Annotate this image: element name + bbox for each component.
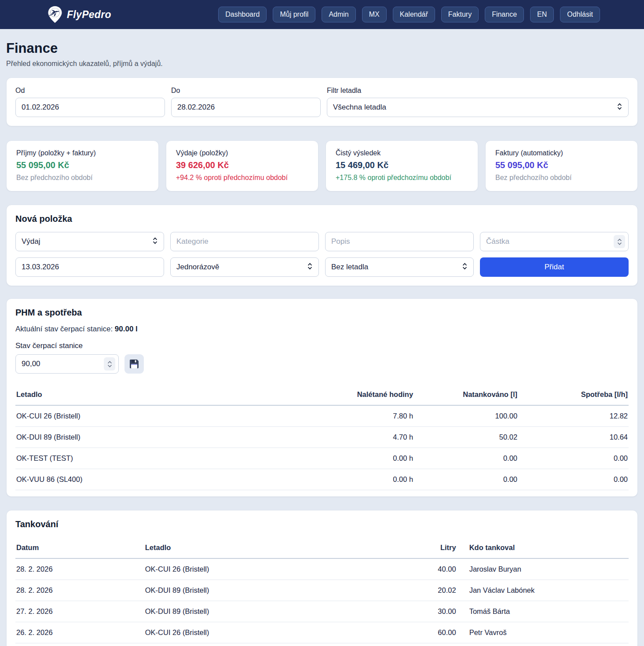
nav-my-profile[interactable]: Můj profil — [273, 7, 315, 22]
number-stepper-icon[interactable] — [614, 235, 625, 248]
col-header-consumption: Spotřeba [l/h] — [518, 384, 629, 405]
col-header-aircraft: Letadlo — [144, 537, 396, 558]
page-subtitle: Přehled ekonomických ukazatelů, příjmů a… — [6, 60, 638, 68]
chevron-updown-icon — [462, 263, 468, 272]
nav-language-en[interactable]: EN — [530, 7, 554, 22]
nav-calendar[interactable]: Kalendář — [393, 7, 435, 22]
date-from-input[interactable] — [15, 98, 165, 117]
table-row: OK-CUI 26 (Bristell) 7.80 h 100.00 12.82 — [15, 405, 629, 427]
col-header-aircraft: Letadlo — [15, 384, 310, 405]
cell-refueled: 100.00 — [414, 405, 518, 427]
number-stepper-icon[interactable] — [104, 357, 115, 371]
item-date-input[interactable] — [15, 257, 164, 277]
cell-who-refueled: Tomáš Bárta — [457, 601, 629, 622]
amount-field — [480, 232, 629, 251]
stat-label: Faktury (automaticky) — [495, 149, 628, 157]
chevron-updown-icon — [152, 237, 158, 246]
stat-value: 39 626,00 Kč — [176, 160, 308, 170]
cell-who-refueled: Jan Václav Labónek — [457, 580, 629, 601]
cell-refueled: 50.02 — [414, 427, 518, 448]
stat-label: Příjmy (položky + faktury) — [16, 149, 149, 157]
cell-liters: 60.00 — [395, 622, 457, 643]
col-header-refueled: Natankováno [l] — [414, 384, 518, 405]
cell-aircraft: OK-DUI 89 (Bristell) — [144, 601, 396, 622]
item-aircraft-select[interactable]: Bez letadla — [325, 257, 474, 277]
nav-dashboard[interactable]: Dashboard — [218, 7, 267, 22]
stats-row: Příjmy (položky + faktury) 55 095,00 Kč … — [6, 140, 638, 191]
item-type-select[interactable]: Výdaj — [15, 232, 164, 251]
nav-logout[interactable]: Odhlásit — [560, 7, 600, 22]
nav-items: Dashboard Můj profil Admin MX Kalendář F… — [218, 7, 600, 22]
cell-liters: 20.02 — [395, 580, 457, 601]
add-item-button[interactable]: Přidat — [480, 257, 629, 277]
stat-subtext: Bez předchozího období — [495, 174, 628, 182]
aircraft-filter-label: Filtr letadla — [327, 87, 629, 95]
date-to-input[interactable] — [171, 98, 321, 117]
cell-aircraft: OK-DUI 89 (Bristell) — [144, 580, 396, 601]
nav-admin[interactable]: Admin — [322, 7, 355, 22]
cell-refueled: 0.00 — [414, 448, 518, 469]
flypedro-pin-plane-icon — [48, 6, 62, 23]
page-title: Finance — [6, 40, 638, 56]
chevron-updown-icon — [307, 263, 313, 272]
table-row: OK-DUI 89 (Bristell) 4.70 h 50.02 10.64 — [15, 427, 629, 448]
cell-date: 28. 2. 2026 — [15, 558, 144, 580]
col-header-who-refueled: Kdo tankoval — [457, 537, 629, 558]
table-row: 26. 2. 2026 OK-CUI 26 (Bristell) 60.00 P… — [15, 622, 629, 643]
stat-subtext: +175.8 % oproti předchozímu období — [336, 174, 468, 182]
new-item-card: Nová položka Výdaj Jednorázově — [6, 205, 638, 286]
brand-logo[interactable]: FlyPedro — [48, 6, 111, 23]
stat-value: 55 095,00 Kč — [16, 160, 149, 170]
cell-aircraft: OK-VUU 86 (SL400) — [15, 469, 310, 490]
nav-mx[interactable]: MX — [362, 7, 387, 22]
nav-finance[interactable]: Finance — [485, 7, 524, 22]
cell-who-refueled: Petr Vavroš — [457, 622, 629, 643]
cell-aircraft: OK-DUI 89 (Bristell) — [15, 427, 310, 448]
stat-label: Čistý výsledek — [336, 149, 468, 157]
cell-date: 26. 2. 2026 — [15, 622, 144, 643]
table-row: 28. 2. 2026 OK-CUI 26 (Bristell) 40.00 J… — [15, 558, 629, 580]
stat-subtext: +94.2 % oproti předchozímu období — [176, 174, 308, 182]
fuel-level-input[interactable] — [15, 354, 119, 374]
aircraft-filter-field-group: Filtr letadla Všechna letadla — [327, 87, 629, 117]
stat-value: 55 095,00 Kč — [495, 160, 628, 170]
aircraft-filter-select[interactable]: Všechna letadla — [327, 98, 629, 117]
cell-consumption: 0.00 — [518, 469, 629, 490]
date-from-label: Od — [15, 87, 165, 95]
date-to-label: Do — [171, 87, 321, 95]
item-type-selected-value: Výdaj — [22, 237, 40, 246]
cell-consumption: 0.00 — [518, 448, 629, 469]
amount-input[interactable] — [480, 232, 629, 251]
item-aircraft-selected-value: Bez letadla — [331, 263, 368, 272]
frequency-select[interactable]: Jednorázově — [170, 257, 319, 277]
nav-invoices[interactable]: Faktury — [441, 7, 479, 22]
description-input[interactable] — [325, 232, 474, 251]
date-from-field-group: Od — [15, 87, 165, 117]
floppy-disk-icon — [128, 358, 140, 370]
cell-who-refueled: Jaroslav Buryan — [457, 558, 629, 580]
stat-card-expenses: Výdaje (položky) 39 626,00 Kč +94.2 % op… — [166, 140, 318, 191]
new-item-heading: Nová položka — [15, 214, 629, 224]
brand-name: FlyPedro — [67, 9, 111, 21]
fuel-input-label: Stav čerpací stanice — [15, 341, 629, 350]
table-row: 28. 2. 2026 OK-DUI 89 (Bristell) 20.02 J… — [15, 580, 629, 601]
save-fuel-level-button[interactable] — [124, 354, 144, 374]
filter-card: Od Do Filtr letadla Všechna letadla — [6, 77, 638, 126]
date-to-field-group: Do — [171, 87, 321, 117]
category-input[interactable] — [170, 232, 319, 251]
stat-value: 15 469,00 Kč — [336, 160, 468, 170]
stat-card-invoices: Faktury (automaticky) 55 095,00 Kč Bez p… — [485, 140, 638, 191]
cell-date: 28. 2. 2026 — [15, 580, 144, 601]
cell-flight-hours: 4.70 h — [310, 427, 414, 448]
table-header-row: Letadlo Nalétané hodiny Natankováno [l] … — [15, 384, 629, 405]
cell-liters: 30.00 — [395, 601, 457, 622]
col-header-flight-hours: Nalétané hodiny — [310, 384, 414, 405]
table-row: OK-VUU 86 (SL400) 0.00 h 0.00 0.00 — [15, 469, 629, 490]
col-header-liters: Litry — [395, 537, 457, 558]
aircraft-filter-selected-value: Všechna letadla — [333, 103, 386, 112]
cell-date: 27. 2. 2026 — [15, 601, 144, 622]
cell-aircraft: OK-CUI 26 (Bristell) — [144, 558, 396, 580]
table-row: 27. 2. 2026 OK-DUI 89 (Bristell) 30.00 T… — [15, 601, 629, 622]
frequency-selected-value: Jednorázově — [176, 263, 219, 272]
fuel-card: PHM a spotřeba Aktuální stav čerpací sta… — [6, 298, 638, 497]
